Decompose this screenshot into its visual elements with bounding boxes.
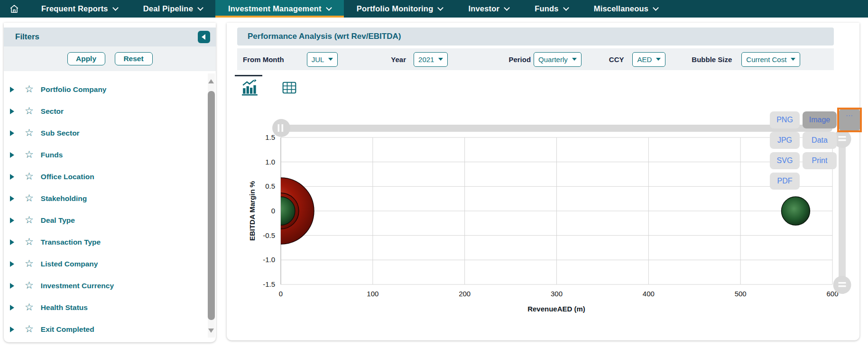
- sidebar-scrollbar[interactable]: [208, 73, 215, 338]
- apply-button[interactable]: Apply: [67, 52, 105, 65]
- filter-label: Investment Currency: [41, 282, 114, 290]
- filter-item-sector[interactable]: ☆Sector: [4, 100, 205, 122]
- chart-controls-row: From MonthJULYear2021PeriodQuarterlyCCYA…: [237, 48, 834, 70]
- filter-label: Portfolio Company: [41, 85, 107, 94]
- home-button[interactable]: [0, 0, 28, 18]
- expand-arrow-icon[interactable]: [10, 283, 14, 289]
- dropdown-value: 2021: [418, 55, 434, 64]
- filter-item-investment-currency[interactable]: ☆Investment Currency: [4, 275, 205, 297]
- control-label-ccy: CCY: [609, 55, 624, 64]
- favorite-star-icon[interactable]: ☆: [25, 215, 34, 225]
- nav-item-label: Deal Pipeline: [143, 4, 193, 13]
- caret-down-icon: [572, 58, 577, 61]
- x-tick-label: 300: [551, 290, 563, 298]
- nav-item-investor[interactable]: Investor: [455, 0, 522, 18]
- filter-label: Office Location: [41, 173, 94, 181]
- favorite-star-icon[interactable]: ☆: [25, 128, 34, 137]
- scroll-up-icon[interactable]: [208, 79, 214, 83]
- caret-down-icon: [328, 58, 333, 61]
- chevron-down-icon: [504, 5, 510, 11]
- table-view-button[interactable]: [282, 80, 297, 97]
- nav-item-label: Investment Management: [228, 4, 322, 13]
- favorite-star-icon[interactable]: ☆: [25, 171, 34, 181]
- scrollbar-thumb[interactable]: [208, 91, 215, 320]
- expand-arrow-icon[interactable]: [10, 261, 14, 267]
- filter-item-portfolio-company[interactable]: ☆Portfolio Company: [4, 79, 205, 100]
- filter-item-health-status[interactable]: ☆Health Status: [4, 297, 205, 319]
- y-tick-label: -1.5: [263, 280, 275, 288]
- nav-item-deal-pipeline[interactable]: Deal Pipeline: [130, 0, 215, 18]
- x-range-slider[interactable]: [272, 119, 832, 137]
- nav-item-portfolio-monitoring[interactable]: Portfolio Monitoring: [344, 0, 456, 18]
- filter-item-stakeholding[interactable]: ☆Stakeholding: [4, 188, 205, 210]
- dropdown-year[interactable]: 2021: [414, 52, 448, 67]
- filter-item-listed-company[interactable]: ☆Listed Company: [4, 253, 205, 275]
- x-tick-label: 100: [367, 290, 379, 298]
- favorite-star-icon[interactable]: ☆: [25, 302, 34, 312]
- export-image-button[interactable]: Image: [803, 111, 837, 128]
- expand-arrow-icon[interactable]: [10, 152, 14, 158]
- expand-arrow-icon[interactable]: [10, 305, 14, 310]
- expand-arrow-icon[interactable]: [10, 196, 14, 201]
- favorite-star-icon[interactable]: ☆: [25, 237, 34, 247]
- favorite-star-icon[interactable]: ☆: [25, 324, 34, 334]
- slider-handle-icon[interactable]: [272, 119, 290, 137]
- filter-list: ☆Portfolio Company☆Sector☆Sub Sector☆Fun…: [4, 72, 205, 340]
- dropdown-ccy[interactable]: AED: [632, 52, 665, 67]
- bubble-green-right[interactable]: [781, 197, 810, 225]
- active-view-indicator: [235, 75, 262, 76]
- scroll-down-icon[interactable]: [208, 329, 214, 333]
- y-tick-label: 1.0: [265, 158, 275, 166]
- dropdown-bubble-size[interactable]: Current Cost: [741, 52, 800, 67]
- collapse-panel-button[interactable]: [198, 31, 210, 43]
- expand-arrow-icon[interactable]: [10, 218, 14, 223]
- filter-label: Sector: [41, 107, 64, 116]
- export-pdf-button[interactable]: PDF: [770, 173, 800, 190]
- export-data-button[interactable]: Data: [803, 132, 837, 149]
- expand-arrow-icon[interactable]: [10, 130, 14, 136]
- nav-item-funds[interactable]: Funds: [522, 0, 581, 18]
- nav-item-miscellaneous[interactable]: Miscellaneous: [581, 0, 671, 18]
- expand-arrow-icon[interactable]: [10, 87, 14, 92]
- dropdown-value: AED: [637, 55, 652, 64]
- export-format-menu: PNGJPGSVGPDF: [770, 111, 800, 190]
- y-tick-label: 0.5: [265, 182, 275, 190]
- chart-view-button[interactable]: [241, 79, 259, 99]
- dropdown-period[interactable]: Quarterly: [534, 52, 582, 67]
- more-options-button[interactable]: ...: [839, 110, 860, 130]
- reset-button[interactable]: Reset: [115, 52, 153, 65]
- chevron-down-icon: [563, 5, 569, 11]
- nav-item-frequent-reports[interactable]: Frequent Reports: [28, 0, 130, 18]
- favorite-star-icon[interactable]: ☆: [25, 149, 34, 159]
- expand-arrow-icon[interactable]: [10, 109, 14, 114]
- expand-arrow-icon[interactable]: [10, 239, 14, 245]
- dropdown-from-month[interactable]: JUL: [307, 52, 338, 67]
- filter-item-transaction-type[interactable]: ☆Transaction Type: [4, 231, 205, 253]
- export-svg-button[interactable]: SVG: [770, 152, 800, 169]
- expand-arrow-icon[interactable]: [10, 327, 14, 332]
- caret-down-icon: [656, 58, 661, 61]
- favorite-star-icon[interactable]: ☆: [25, 258, 34, 268]
- x-tick-label: 0: [279, 290, 283, 298]
- slider-handle-bottom-icon[interactable]: [833, 276, 851, 294]
- filter-item-sub-sector[interactable]: ☆Sub Sector: [4, 122, 205, 144]
- chevron-down-icon: [197, 5, 203, 11]
- filter-item-deal-type[interactable]: ☆Deal Type: [4, 210, 205, 231]
- filter-item-exit-completed[interactable]: ☆Exit Completed: [4, 319, 205, 340]
- dropdown-value: Current Cost: [746, 55, 786, 64]
- favorite-star-icon[interactable]: ☆: [25, 84, 34, 94]
- export-jpg-button[interactable]: JPG: [770, 132, 800, 149]
- expand-arrow-icon[interactable]: [10, 174, 14, 180]
- export-print-button[interactable]: Print: [803, 152, 837, 169]
- favorite-star-icon[interactable]: ☆: [25, 280, 34, 290]
- nav-item-investment-management[interactable]: Investment Management: [215, 0, 344, 18]
- filter-item-office-location[interactable]: ☆Office Location: [4, 166, 205, 188]
- filter-item-funds[interactable]: ☆Funds: [4, 144, 205, 166]
- caret-down-icon: [791, 58, 795, 61]
- filter-label: Sub Sector: [41, 129, 80, 137]
- y-axis-title: EBITDA Margin %: [248, 181, 256, 241]
- favorite-star-icon[interactable]: ☆: [25, 193, 34, 203]
- y-tick-label: 1.5: [265, 133, 275, 141]
- export-png-button[interactable]: PNG: [770, 111, 800, 128]
- favorite-star-icon[interactable]: ☆: [25, 106, 34, 116]
